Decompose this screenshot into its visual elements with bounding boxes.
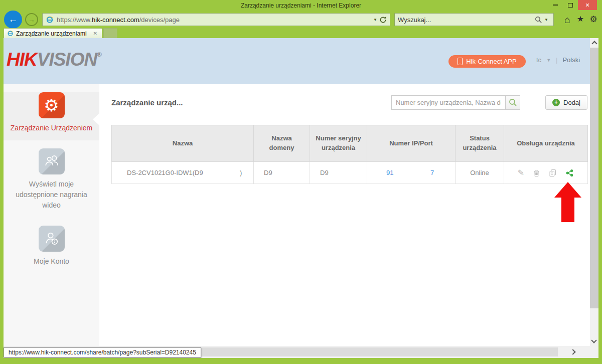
status-bar-link-tooltip: https://www.hik-connect.com/share/batch/… [4, 347, 201, 357]
browser-search-box[interactable]: ▼ [394, 13, 554, 26]
account-info-glyph [44, 231, 60, 247]
favorites-star-icon[interactable]: ★ [574, 14, 587, 26]
app-button-label: Hik-Connect APP [466, 58, 516, 65]
add-button-label: Dodaj [563, 99, 580, 106]
device-search-button[interactable] [506, 95, 520, 110]
share-icon[interactable] [565, 169, 574, 177]
device-ip-link[interactable]: 91 [386, 162, 393, 184]
search-icon [509, 98, 517, 107]
back-button[interactable]: ← [4, 11, 22, 29]
url-domain: hik-connect.com [92, 16, 139, 24]
device-name-suffix: ) [240, 162, 242, 184]
sidebar-item-label: Zarządzanie Urządzeniem [4, 123, 99, 133]
user-dropdown-icon[interactable]: ▼ [546, 58, 551, 63]
vertical-scrollbar[interactable] [590, 38, 598, 346]
tab-device-management[interactable]: Zarządzanie urządzeniami ✕ [4, 28, 102, 38]
delete-trash-icon[interactable] [533, 169, 540, 177]
minimize-button[interactable] [548, 0, 563, 10]
device-search [391, 95, 520, 110]
add-device-button[interactable]: + Dodaj [545, 95, 587, 110]
new-tab-button[interactable] [103, 28, 117, 38]
scrollbar-corner [590, 346, 598, 358]
maximize-button[interactable] [563, 0, 578, 10]
sidebar-item-shared-videos[interactable]: Wyświetl moje udostępnione nagrania wide… [4, 148, 99, 218]
hik-connect-app-button[interactable]: Hik-Connect APP [448, 55, 526, 68]
language-selector[interactable]: Polski [562, 56, 580, 64]
phone-icon [458, 58, 463, 65]
table-header-row: Nazwa Nazwa domeny Numer seryjny urządze… [112, 125, 588, 162]
device-ip-port-cell: 91 7 [367, 162, 456, 184]
account-info-icon [39, 226, 65, 252]
scroll-right-icon[interactable] [570, 349, 575, 354]
search-icon[interactable] [535, 16, 542, 24]
address-dropdown-icon[interactable]: ▼ [371, 18, 379, 22]
device-name-cell: DS-2CV1021G0-IDW1(D9 ) [112, 162, 254, 184]
scroll-down-icon[interactable] [591, 337, 596, 343]
maximize-icon [568, 3, 573, 8]
browser-search-input[interactable] [398, 16, 535, 24]
address-bar[interactable]: https://www.hik-connect.com/devices/page… [42, 13, 390, 26]
sidebar-item-label: Wyświetl moje udostępnione nagrania wide… [4, 179, 99, 211]
scroll-up-icon[interactable] [591, 41, 597, 46]
shared-users-icon [39, 148, 65, 174]
close-icon: ✕ [585, 0, 589, 11]
logo-vision: VISION [37, 49, 97, 70]
header-serial: Numer seryjny urządzenia [310, 125, 367, 162]
browser-toolbar: ← → https://www.hik-connect.com/devices/… [0, 11, 602, 28]
table-row: DS-2CV1021G0-IDW1(D9 ) D9 D9 91 7 Online… [112, 162, 588, 184]
logo-registered-mark: ® [97, 51, 101, 58]
tab-close-icon[interactable]: ✕ [92, 31, 99, 36]
search-dropdown-icon[interactable]: ▼ [542, 18, 550, 22]
toolbar-icons: ⌂ ★ ⚙ [561, 14, 600, 26]
minimize-icon [553, 5, 558, 6]
logo-hik: HIK [7, 49, 37, 70]
url-scheme: https://www. [57, 16, 92, 24]
refresh-icon[interactable] [379, 16, 387, 24]
device-serial-cell: D9 [310, 162, 367, 184]
forward-button[interactable]: → [25, 13, 38, 26]
url-text: https://www.hik-connect.com/devices/page [57, 16, 180, 24]
sidebar-item-label: Moje Konto [4, 256, 99, 267]
main-content: Zarządzanie urząd... + Dodaj Nazwa [99, 84, 590, 346]
sidebar: ⚙ Zarządzanie Urządzeniem Wyświetl moje … [4, 84, 99, 346]
active-item-notch [93, 113, 99, 125]
device-port-link[interactable]: 7 [430, 162, 434, 184]
url-path: /devices/page [139, 16, 180, 24]
hikvision-logo: HIKVISION® [7, 49, 101, 70]
site-header: HIKVISION® Hik-Connect APP tc ▼ | Polski [4, 38, 590, 84]
tab-title: Zarządzanie urządzeniami [16, 30, 92, 37]
annotation-arrow-icon [554, 182, 581, 198]
close-button[interactable]: ✕ [578, 0, 597, 10]
page-viewport: HIKVISION® Hik-Connect APP tc ▼ | Polski… [4, 38, 598, 358]
settings-gear-icon[interactable]: ⚙ [587, 14, 600, 26]
annotation-arrow-stem [561, 197, 574, 222]
header-name: Nazwa [112, 125, 254, 162]
sidebar-item-my-account[interactable]: Moje Konto [4, 226, 99, 274]
device-name: DS-2CV1021G0-IDW1(D9 [127, 169, 203, 176]
username[interactable]: tc [536, 56, 541, 64]
header-ip-port: Numer IP/Port [367, 125, 456, 162]
sidebar-item-device-management[interactable]: ⚙ Zarządzanie Urządzeniem [4, 92, 99, 140]
device-management-gear-icon: ⚙ [39, 92, 65, 118]
window-title: Zarządzanie urządzeniami - Internet Expl… [241, 2, 361, 9]
device-search-input[interactable] [391, 95, 506, 110]
page-title: Zarządzanie urząd... [111, 98, 183, 107]
window-controls: ✕ [548, 0, 597, 10]
divider: | [556, 56, 557, 64]
home-icon[interactable]: ⌂ [561, 14, 574, 26]
header-status: Status urządzenia [456, 125, 504, 162]
tab-strip: Zarządzanie urządzeniami ✕ [0, 28, 602, 38]
device-status-badge: Online [456, 162, 504, 184]
window-titlebar: Zarządzanie urządzeniami - Internet Expl… [0, 0, 602, 11]
gear-glyph: ⚙ [44, 97, 59, 114]
devices-table: Nazwa Nazwa domeny Numer seryjny urządze… [111, 125, 588, 184]
shared-users-glyph [44, 154, 60, 169]
user-area: tc ▼ | Polski [536, 56, 580, 64]
vertical-scroll-thumb[interactable] [590, 48, 598, 308]
edit-pencil-icon[interactable]: ✎ [518, 168, 524, 177]
device-domain-cell: D9 [254, 162, 310, 184]
forward-icon: → [28, 16, 35, 24]
header-domain: Nazwa domeny [254, 125, 310, 162]
copy-icon[interactable] [549, 169, 557, 177]
device-operations-cell: ✎ [504, 162, 588, 184]
